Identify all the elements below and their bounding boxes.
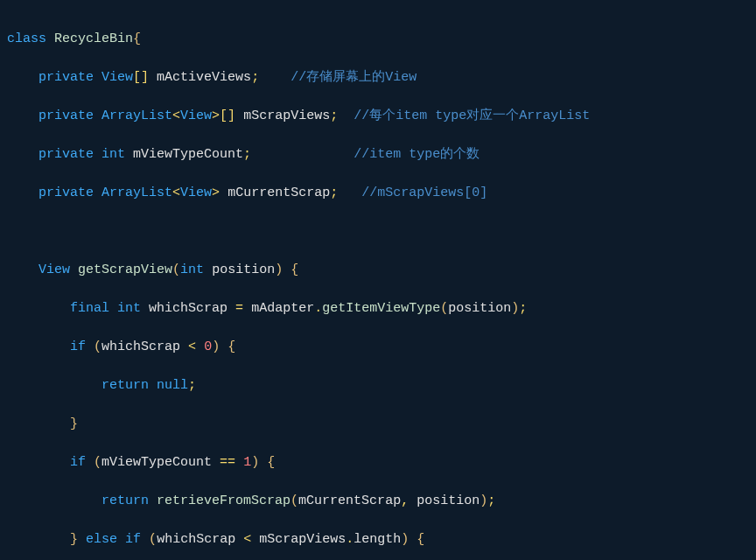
code-line: final int whichScrap = mAdapter.getItemV… [7,299,749,318]
identifier: mCurrentScrap [228,186,330,200]
classname: RecycleBin [54,32,133,46]
arg: mCurrentScrap [298,494,401,508]
code-line: private ArrayList<View>[] mScrapViews; /… [7,107,749,126]
brace: { [133,32,141,46]
paren: ) [275,262,283,277]
param: position [212,262,275,277]
function-name: getItemViewType [322,301,440,316]
code-line: if (mViewTypeCount == 1) { [7,453,749,472]
arg: position [416,494,480,508]
code-line: private int mViewTypeCount; //item type的… [7,145,749,164]
gt: > [212,108,220,123]
comment: //item type的个数 [354,147,480,162]
param-type: int [180,262,204,277]
keyword-else: else [86,532,117,547]
paren: ( [149,532,157,547]
code-line: if (whichScrap < 0) { [7,338,749,357]
paren: ) [212,340,220,354]
paren: ) [401,532,409,547]
comment: //mScrapViews[0] [361,186,487,200]
paren: ( [172,262,180,277]
semicolon: ; [519,301,527,316]
property: length [354,532,401,547]
type: View [102,70,133,85]
paren: ( [94,455,102,470]
function-name: retrieveFromScrap [157,494,290,508]
operator: == [220,455,235,470]
brace: { [228,340,235,354]
identifier: whichScrap [149,301,228,316]
code-line: return retrieveFromScrap(mCurrentScrap, … [7,492,749,511]
semicolon: ; [188,378,196,393]
identifier: whichScrap [102,340,180,354]
identifier: mScrapViews [243,108,330,123]
generic-type: View [180,186,212,200]
paren: ) [251,455,259,470]
keyword-return: return [102,378,149,393]
brace: { [416,532,424,547]
identifier: mAdapter [251,301,314,316]
paren: ( [290,494,298,508]
return-type: View [38,262,70,277]
operator: = [235,301,243,316]
operator: < [188,340,196,354]
code-line: } [7,415,749,434]
keyword: private [38,108,94,123]
paren: ) [511,301,519,316]
keyword-return: return [102,494,149,508]
lt: < [172,186,180,200]
keyword: private [38,147,94,162]
identifier: whichScrap [157,532,235,547]
number: 0 [204,340,212,354]
number: 1 [243,455,251,470]
brace: { [267,455,275,470]
keyword-class: class [7,32,46,46]
code-line: } else if (whichScrap < mScrapViews.leng… [7,530,749,550]
code-line: View getScrapView(int position) { [7,261,749,280]
code-line: private View[] mActiveViews; //存储屏幕上的Vie… [7,68,749,88]
semicolon: ; [487,494,495,508]
keyword-if: if [70,340,86,354]
semicolon: ; [330,186,338,200]
keyword-final: final [70,301,109,316]
brackets: [] [220,108,235,123]
dot: . [314,301,322,316]
type: ArrayList [102,108,172,123]
code-line: class RecycleBin{ [7,30,749,49]
gt: > [212,186,220,200]
paren: ( [94,340,102,354]
type: int [117,301,141,316]
comment: //存储屏幕上的View [290,70,416,85]
type: int [102,147,125,162]
identifier: mViewTypeCount [133,147,243,162]
operator: < [243,532,251,547]
keyword-if: if [125,532,141,547]
semicolon: ; [330,108,338,123]
keyword-if: if [70,455,86,470]
brace: } [70,532,78,547]
paren: ) [480,494,487,508]
identifier: mScrapViews [259,532,346,547]
null: null [157,378,188,393]
identifier: mActiveViews [157,70,251,85]
generic-type: View [180,108,212,123]
dot: . [346,532,354,547]
lt: < [172,108,180,123]
identifier: mViewTypeCount [102,455,212,470]
code-line: return null; [7,376,749,396]
keyword: private [38,186,94,200]
arg: position [448,301,511,316]
code-block: class RecycleBin{ private View[] mActive… [0,0,756,560]
keyword: private [38,70,94,85]
type: ArrayList [102,186,172,200]
blank-line [7,222,749,242]
brackets: [] [133,70,149,85]
brace: { [290,262,298,277]
code-line: private ArrayList<View> mCurrentScrap; /… [7,184,749,203]
semicolon: ; [251,70,259,85]
paren: ( [440,301,448,316]
function-name: getScrapView [78,262,172,277]
comma: , [401,494,409,508]
comment: //每个item type对应一个ArrayList [354,108,590,123]
semicolon: ; [243,147,251,162]
